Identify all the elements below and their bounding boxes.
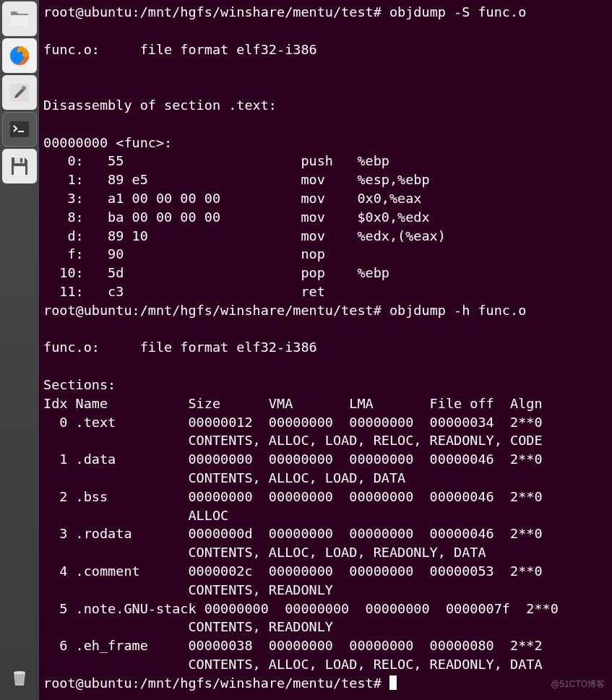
func-label: 00000000 <func>: — [43, 135, 172, 150]
svg-rect-3 — [10, 121, 29, 137]
prompt: root@ubuntu:/mnt/hgfs/winshare/mentu/tes… — [43, 4, 382, 20]
terminal-icon[interactable] — [2, 112, 37, 147]
disasm-line: d: 89 10 mov %edx,(%eax) — [43, 228, 446, 243]
section-line: ALLOC — [43, 508, 228, 523]
disassembly-header: Disassembly of section .text: — [43, 98, 277, 113]
svg-rect-5 — [20, 158, 22, 163]
file-format-header-2: func.o: file format elf32-i386 — [43, 340, 317, 355]
section-line: 6 .eh_frame 00000038 00000000 00000000 0… — [43, 638, 543, 653]
section-line: CONTENTS, ALLOC, LOAD, RELOC, READONLY, … — [43, 657, 543, 672]
section-line: 4 .comment 0000002c 00000000 00000000 00… — [43, 563, 543, 579]
command-2: objdump -h func.o — [389, 303, 526, 318]
watermark: @51CTO博客 — [551, 675, 605, 694]
svg-point-2 — [22, 86, 26, 90]
terminal-window[interactable]: root@ubuntu:/mnt/hgfs/winshare/mentu/tes… — [39, 0, 612, 700]
disasm-line: 11: c3 ret — [43, 284, 357, 299]
disasm-line: 1: 89 e5 mov %esp,%ebp — [43, 172, 430, 187]
launcher-panel — [0, 0, 39, 700]
save-icon[interactable] — [2, 149, 37, 183]
prompt: root@ubuntu:/mnt/hgfs/winshare/mentu/tes… — [43, 675, 382, 691]
firefox-icon[interactable] — [2, 38, 37, 73]
svg-rect-4 — [14, 157, 25, 163]
prompt: root@ubuntu:/mnt/hgfs/winshare/mentu/tes… — [43, 303, 382, 318]
files-icon[interactable] — [2, 1, 37, 36]
disasm-line: 3: a1 00 00 00 00 mov 0x0,%eax — [43, 191, 421, 206]
section-line: CONTENTS, ALLOC, LOAD, RELOC, READONLY, … — [43, 433, 543, 448]
trash-icon[interactable] — [2, 660, 37, 694]
section-line: CONTENTS, ALLOC, LOAD, READONLY, DATA — [43, 545, 486, 560]
cursor — [389, 675, 397, 690]
section-line: 0 .text 00000012 00000000 00000000 00000… — [43, 415, 543, 430]
settings-icon[interactable] — [2, 75, 37, 110]
svg-point-7 — [14, 671, 25, 674]
section-line: 5 .note.GNU-stack 00000000 00000000 0000… — [43, 601, 559, 616]
disasm-line: 8: ba 00 00 00 00 mov $0x0,%edx — [43, 209, 430, 225]
file-format-header-1: func.o: file format elf32-i386 — [43, 42, 317, 57]
sections-label: Sections: — [43, 377, 116, 392]
disasm-line: 0: 55 push %ebp — [43, 153, 389, 168]
section-line: CONTENTS, READONLY — [43, 582, 333, 597]
command-1: objdump -S func.o — [389, 4, 526, 20]
svg-rect-6 — [14, 166, 25, 175]
sections-header: Idx Name Size VMA LMA File off Algn — [43, 396, 543, 411]
section-line: 2 .bss 00000000 00000000 00000000 000000… — [43, 489, 543, 504]
section-line: 1 .data 00000000 00000000 00000000 00000… — [43, 451, 543, 467]
section-line: CONTENTS, READONLY — [43, 619, 333, 634]
disasm-line: f: 90 nop — [43, 246, 325, 262]
disasm-line: 10: 5d pop %ebp — [43, 265, 389, 280]
section-line: CONTENTS, ALLOC, LOAD, DATA — [43, 470, 405, 485]
section-line: 3 .rodata 0000000d 00000000 00000000 000… — [43, 526, 543, 541]
